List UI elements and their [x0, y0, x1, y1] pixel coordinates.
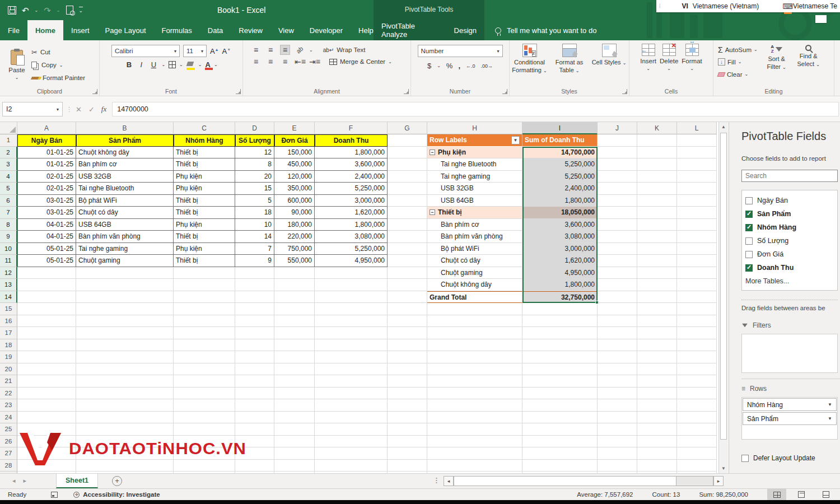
cell-A17[interactable] — [17, 327, 76, 339]
pivot-cell-I3[interactable]: 5,250,000 — [522, 158, 598, 171]
pivot-cell-I5[interactable]: 2,400,000 — [522, 183, 598, 195]
scroll-down-icon[interactable]: ▼ — [719, 464, 728, 473]
cell-J28[interactable] — [598, 460, 637, 472]
pivot-cell-H1[interactable]: Row Labels▼ — [427, 134, 522, 147]
paste-dropdown-icon[interactable]: ⌄ — [15, 75, 19, 80]
cell-H27[interactable] — [427, 447, 522, 460]
cell-A10[interactable]: 05-01-25 — [17, 243, 76, 255]
hscroll-track[interactable] — [454, 476, 713, 486]
cell-E14[interactable] — [274, 291, 315, 304]
cell-D22[interactable] — [235, 388, 274, 400]
cell-L21[interactable] — [677, 375, 717, 388]
cell-F12[interactable] — [315, 267, 388, 279]
cell-A11[interactable]: 05-01-25 — [17, 255, 76, 267]
cell-J20[interactable] — [598, 363, 637, 376]
column-header-L[interactable]: L — [677, 122, 717, 134]
cell-C11[interactable]: Thiết bị — [174, 255, 235, 267]
align-left-icon[interactable]: ≡ — [251, 57, 261, 66]
field-checkbox[interactable] — [745, 251, 753, 258]
cell-A27[interactable] — [17, 447, 76, 460]
cell-D12[interactable] — [235, 267, 274, 279]
accessibility-status[interactable]: Accessibility: Investigate — [83, 491, 160, 498]
cell-D28[interactable] — [235, 460, 274, 472]
cell-A15[interactable] — [17, 303, 76, 315]
cell-E10[interactable]: 750,000 — [274, 243, 315, 255]
column-header-K[interactable]: K — [637, 122, 677, 134]
percent-icon[interactable]: % — [446, 62, 453, 70]
cell-B15[interactable] — [76, 303, 174, 315]
cell-A19[interactable] — [17, 351, 76, 363]
pivot-cell-I1[interactable]: Sum of Doanh Thu — [522, 134, 598, 147]
cell-E2[interactable]: 150,000 — [274, 147, 315, 159]
cell-I22[interactable] — [522, 388, 598, 400]
cell-C6[interactable]: Thiết bị — [174, 195, 235, 207]
cell-H28[interactable] — [427, 460, 522, 472]
cell-B1[interactable]: Sản Phẩm — [76, 134, 174, 147]
cell-G5[interactable] — [388, 183, 427, 195]
borders-icon[interactable] — [169, 61, 176, 68]
column-header-H[interactable]: H — [427, 122, 522, 134]
cell-F26[interactable] — [315, 436, 388, 448]
cell-G24[interactable] — [388, 412, 427, 424]
tab-formulas[interactable]: Formulas — [154, 20, 200, 40]
cell-B24[interactable] — [76, 412, 174, 424]
column-header-G[interactable]: G — [388, 122, 427, 134]
cell-E28[interactable] — [274, 460, 315, 472]
row-header-4[interactable]: 4 — [0, 171, 17, 183]
cell-D25[interactable] — [235, 423, 274, 436]
cell-B9[interactable]: Bàn phím văn phòng — [76, 231, 174, 243]
cell-L27[interactable] — [677, 447, 717, 460]
cell-L3[interactable] — [677, 158, 717, 171]
cell-G17[interactable] — [388, 327, 427, 339]
cell-E13[interactable] — [274, 279, 315, 291]
cell-J12[interactable] — [598, 267, 637, 279]
cell-G8[interactable] — [388, 219, 427, 231]
fill-color-icon[interactable] — [186, 62, 195, 68]
cell-C24[interactable] — [174, 412, 235, 424]
cell-F11[interactable]: 4,950,000 — [315, 255, 388, 267]
cell-I25[interactable] — [522, 423, 598, 436]
cell-H25[interactable] — [427, 423, 522, 436]
cell-A7[interactable]: 03-01-25 — [17, 207, 76, 219]
cell-J15[interactable] — [598, 303, 637, 315]
cell-C22[interactable] — [174, 388, 235, 400]
column-header-E[interactable]: E — [274, 122, 315, 134]
cell-G28[interactable] — [388, 460, 427, 472]
cell-J23[interactable] — [598, 399, 637, 412]
cell-J25[interactable] — [598, 423, 637, 436]
row-header-22[interactable]: 22 — [0, 388, 17, 400]
cell-G12[interactable] — [388, 267, 427, 279]
pivot-cell-I11[interactable]: 1,620,000 — [522, 255, 598, 267]
cell-styles-button[interactable]: Cell Styles ⌄ — [591, 44, 627, 87]
cell-C3[interactable]: Thiết bị — [174, 158, 235, 171]
cell-A20[interactable] — [17, 363, 76, 376]
cell-F15[interactable] — [315, 303, 388, 315]
cell-B28[interactable] — [76, 460, 174, 472]
cell-L17[interactable] — [677, 327, 717, 339]
column-header-F[interactable]: F — [315, 122, 388, 134]
cell-A25[interactable] — [17, 423, 76, 436]
cell-K1[interactable] — [637, 134, 677, 147]
pivot-cell-I12[interactable]: 4,950,000 — [522, 267, 598, 279]
cell-I26[interactable] — [522, 436, 598, 448]
cell-I17[interactable] — [522, 327, 598, 339]
field-item-doanh-thu[interactable]: Doanh Thu — [745, 261, 837, 274]
cell-F17[interactable] — [315, 327, 388, 339]
cell-I18[interactable] — [522, 339, 598, 352]
field-checkbox[interactable] — [745, 264, 753, 272]
pivot-cell-H8[interactable]: Bàn phím cơ — [427, 219, 522, 231]
tab-data[interactable]: Data — [200, 20, 231, 40]
cell-C18[interactable] — [174, 339, 235, 352]
borders-dropdown-icon[interactable]: ⌄ — [179, 62, 183, 67]
undo-dropdown-icon[interactable]: ⌄ — [35, 8, 39, 13]
tab-home[interactable]: Home — [27, 20, 63, 40]
horizontal-scrollbar[interactable]: ◂ ▸ — [444, 476, 724, 486]
cell-A24[interactable] — [17, 412, 76, 424]
cell-E23[interactable] — [274, 399, 315, 412]
cell-A12[interactable] — [17, 267, 76, 279]
cell-F1[interactable]: Doanh Thu — [315, 134, 388, 147]
scroll-left-icon[interactable]: ◂ — [444, 476, 454, 486]
cell-D17[interactable] — [235, 327, 274, 339]
field-checkbox[interactable] — [745, 224, 753, 231]
cell-F3[interactable]: 3,600,000 — [315, 158, 388, 171]
